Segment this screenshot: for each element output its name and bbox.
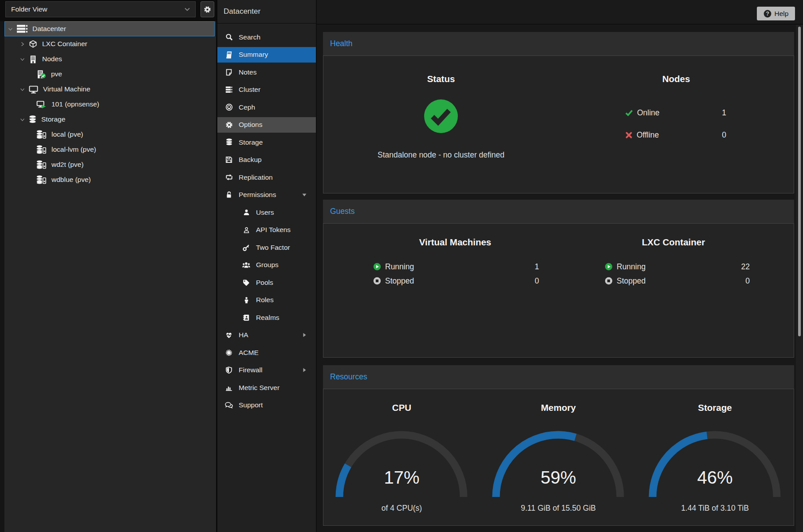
summary-content: Help Health Status Standalone node - no … xyxy=(316,0,803,532)
menu-item-users[interactable]: Users xyxy=(217,205,316,221)
guests-panel: Guests Virtual Machines Running 1 Stoppe… xyxy=(323,200,794,358)
check-circle-icon xyxy=(423,99,459,134)
status-column: Status Standalone node - no cluster defi… xyxy=(323,56,559,193)
tree-item-storage-local-lvm[interactable]: local-lvm (pve) xyxy=(0,142,216,157)
tree-item-lxc-container[interactable]: LXC Container xyxy=(0,36,216,51)
resources-panel-body: CPU 17% of 4 CPU(s) Memory 59% 9.11 GiB … xyxy=(323,389,794,526)
lxc-stopped-count: 0 xyxy=(745,276,750,286)
database-drive-icon xyxy=(36,160,47,169)
menu-item-options[interactable]: Options xyxy=(217,117,316,133)
menu-item-roles[interactable]: Roles xyxy=(217,292,316,308)
tree-item-label: 101 (opnsense) xyxy=(51,100,99,108)
menu-item-two-factor[interactable]: Two Factor xyxy=(217,240,316,256)
menu-item-backup[interactable]: Backup xyxy=(217,152,316,168)
menu-item-search[interactable]: Search xyxy=(217,29,316,45)
user-icon xyxy=(242,209,251,216)
unlock-icon xyxy=(224,191,233,198)
tree-item-label: Storage xyxy=(41,115,65,123)
menu-item-ceph[interactable]: Ceph xyxy=(217,99,316,115)
vm-stopped-row: Stopped 0 xyxy=(373,275,539,287)
menu-item-replication[interactable]: Replication xyxy=(217,169,316,185)
lxc-running-row: Running 22 xyxy=(605,261,750,272)
tree-item-label: local-lvm (pve) xyxy=(51,146,96,154)
lxc-column: LXC Container Running 22 Stopped 0 xyxy=(559,224,794,357)
expand-right-icon[interactable] xyxy=(302,332,307,338)
scrollbar-thumb[interactable] xyxy=(798,27,801,336)
menu-panel-title: Datacenter xyxy=(217,0,316,24)
tree-item-virtual-machine[interactable]: Virtual Machine xyxy=(0,82,216,97)
datacenter-icon xyxy=(17,25,28,33)
menu-item-api-tokens[interactable]: API Tokens xyxy=(217,222,316,238)
menu-item-permissions[interactable]: Permissions xyxy=(217,187,316,203)
tree-item-storage-local[interactable]: local (pve) xyxy=(0,127,216,142)
tree-item-storage-wdblue[interactable]: wdblue (pve) xyxy=(0,172,216,187)
menu-item-support[interactable]: Support xyxy=(217,398,316,414)
nodes-heading: Nodes xyxy=(559,74,794,84)
play-circle-icon xyxy=(605,263,613,271)
chevron-right-icon[interactable] xyxy=(20,41,26,47)
view-selector[interactable]: Folder View xyxy=(5,1,196,17)
search-icon xyxy=(224,33,233,41)
menu-item-cluster[interactable]: Cluster xyxy=(217,82,316,98)
tree-item-label: Nodes xyxy=(42,55,62,63)
cluster-icon xyxy=(224,86,233,93)
chevron-down-icon[interactable] xyxy=(20,87,26,92)
datacenter-menu-panel: Datacenter Search Summary Notes Cluster … xyxy=(217,0,316,532)
bar-chart-icon xyxy=(224,384,233,391)
memory-heading: Memory xyxy=(480,402,637,413)
gear-icon xyxy=(224,121,233,129)
menu-item-storage[interactable]: Storage xyxy=(217,134,316,150)
expand-down-icon[interactable] xyxy=(302,192,307,197)
scrollbar[interactable] xyxy=(796,25,803,532)
tree-item-storage[interactable]: Storage xyxy=(0,112,216,127)
cpu-heading: CPU xyxy=(323,402,480,413)
comments-icon xyxy=(224,402,233,409)
menu-item-notes[interactable]: Notes xyxy=(217,64,316,80)
content-topbar: Help xyxy=(317,0,803,24)
nodes-offline-row: Offline 0 xyxy=(625,124,726,146)
menu-item-metric-server[interactable]: Metric Server xyxy=(217,380,316,396)
view-selector-value: Folder View xyxy=(11,5,47,13)
user-outline-icon xyxy=(242,227,251,233)
cpu-percent: 17% xyxy=(323,468,480,488)
tree-item-pve[interactable]: pve xyxy=(0,67,216,82)
chevron-down-icon[interactable] xyxy=(20,56,26,62)
menu-item-ha[interactable]: HA xyxy=(217,327,316,343)
menu-item-pools[interactable]: Pools xyxy=(217,275,316,291)
tree-item-label: local (pve) xyxy=(51,130,83,138)
cpu-gauge xyxy=(335,430,468,498)
menu-item-groups[interactable]: Groups xyxy=(217,257,316,273)
menu-item-acme[interactable]: ACME xyxy=(217,345,316,361)
status-message: Standalone node - no cluster defined xyxy=(323,150,559,160)
tree-item-vm-101[interactable]: 101 (opnsense) xyxy=(0,97,216,112)
guests-panel-body: Virtual Machines Running 1 Stopped 0 LXC… xyxy=(323,223,794,358)
tree-item-label: Virtual Machine xyxy=(43,85,91,93)
menu-item-realms[interactable]: Realms xyxy=(217,310,316,326)
database-icon xyxy=(29,115,36,124)
play-circle-icon xyxy=(373,263,381,271)
cpu-sublabel: of 4 CPU(s) xyxy=(323,504,480,513)
expand-right-icon[interactable] xyxy=(302,367,307,373)
storage-sublabel: 1.44 TiB of 3.10 TiB xyxy=(637,504,793,513)
menu-item-summary[interactable]: Summary xyxy=(217,47,316,63)
tree-item-datacenter[interactable]: Datacenter xyxy=(4,21,215,36)
vm-running-row: Running 1 xyxy=(373,261,539,272)
building-icon xyxy=(29,55,37,63)
chevron-down-icon[interactable] xyxy=(20,117,26,122)
monitor-play-icon xyxy=(36,100,47,109)
stop-circle-icon xyxy=(373,277,381,285)
resource-tree-panel: Folder View Datacenter LXC Container Nod… xyxy=(0,0,216,532)
storage-heading: Storage xyxy=(637,402,793,413)
certificate-icon xyxy=(224,349,233,356)
tree-item-storage-wd2t[interactable]: wd2t (pve) xyxy=(0,157,216,172)
shield-icon xyxy=(224,366,233,374)
menu-item-firewall[interactable]: Firewall xyxy=(217,363,316,378)
tree-settings-button[interactable] xyxy=(201,1,214,17)
book-icon xyxy=(224,51,233,59)
help-button[interactable]: Help xyxy=(757,7,795,20)
chevron-down-icon[interactable] xyxy=(8,26,14,32)
nodes-online-row: Online 1 xyxy=(625,102,726,124)
resources-panel: Resources CPU 17% of 4 CPU(s) Memory 59%… xyxy=(323,365,794,526)
tree-item-label: wd2t (pve) xyxy=(51,161,83,169)
tree-item-nodes[interactable]: Nodes xyxy=(0,51,216,67)
